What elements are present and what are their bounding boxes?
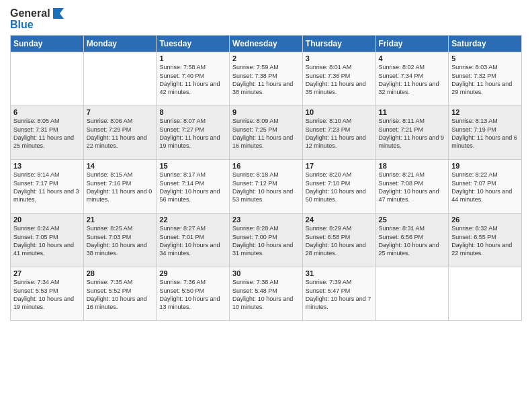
logo-blue: Blue <box>10 18 64 31</box>
calendar-cell: 28Sunrise: 7:35 AMSunset: 5:52 PMDayligh… <box>83 267 157 321</box>
calendar-cell: 19Sunrise: 8:22 AMSunset: 7:07 PMDayligh… <box>449 160 522 214</box>
header: General Blue <box>10 7 522 31</box>
calendar-cell: 3Sunrise: 8:01 AMSunset: 7:36 PMDaylight… <box>302 52 375 106</box>
cell-content: Sunrise: 7:39 AMSunset: 5:47 PMDaylight:… <box>306 278 373 311</box>
day-number: 10 <box>306 108 373 116</box>
cell-content: Sunrise: 7:36 AMSunset: 5:50 PMDaylight:… <box>159 278 226 311</box>
day-number: 13 <box>13 162 81 170</box>
cell-content: Sunrise: 8:21 AMSunset: 7:08 PMDaylight:… <box>379 171 446 203</box>
calendar-cell: 21Sunrise: 8:25 AMSunset: 7:03 PMDayligh… <box>83 214 157 267</box>
cell-content: Sunrise: 8:03 AMSunset: 7:32 PMDaylight:… <box>451 63 519 96</box>
calendar-cell: 17Sunrise: 8:20 AMSunset: 7:10 PMDayligh… <box>302 160 375 214</box>
calendar-cell: 30Sunrise: 7:38 AMSunset: 5:48 PMDayligh… <box>230 267 303 321</box>
day-number: 29 <box>159 269 226 277</box>
day-number: 4 <box>379 54 446 62</box>
calendar-cell: 6Sunrise: 8:05 AMSunset: 7:31 PMDaylight… <box>11 106 84 160</box>
day-number: 18 <box>379 162 446 170</box>
cell-content: Sunrise: 8:28 AMSunset: 7:00 PMDaylight:… <box>232 224 300 257</box>
day-number: 11 <box>379 108 446 116</box>
calendar-cell: 12Sunrise: 8:13 AMSunset: 7:19 PMDayligh… <box>449 106 522 160</box>
day-number: 14 <box>87 162 154 170</box>
day-number: 22 <box>159 216 226 224</box>
cell-content: Sunrise: 7:35 AMSunset: 5:52 PMDaylight:… <box>87 278 154 311</box>
day-header-sunday: Sunday <box>11 36 84 52</box>
day-number: 2 <box>232 54 300 62</box>
day-number: 21 <box>87 216 154 224</box>
calendar-cell: 4Sunrise: 8:02 AMSunset: 7:34 PMDaylight… <box>375 52 449 106</box>
calendar-cell <box>449 267 522 321</box>
calendar-cell: 1Sunrise: 7:58 AMSunset: 7:40 PMDaylight… <box>157 52 230 106</box>
calendar-cell: 16Sunrise: 8:18 AMSunset: 7:12 PMDayligh… <box>230 160 303 214</box>
day-number: 26 <box>451 216 519 224</box>
day-number: 25 <box>379 216 446 224</box>
day-number: 20 <box>13 216 81 224</box>
calendar-cell: 29Sunrise: 7:36 AMSunset: 5:50 PMDayligh… <box>157 267 230 321</box>
cell-content: Sunrise: 8:32 AMSunset: 6:55 PMDaylight:… <box>451 224 519 257</box>
calendar-cell: 10Sunrise: 8:10 AMSunset: 7:23 PMDayligh… <box>302 106 375 160</box>
cell-content: Sunrise: 7:58 AMSunset: 7:40 PMDaylight:… <box>159 63 226 96</box>
calendar-cell <box>375 267 449 321</box>
day-number: 24 <box>306 216 373 224</box>
calendar-cell: 25Sunrise: 8:31 AMSunset: 6:56 PMDayligh… <box>375 214 449 267</box>
cell-content: Sunrise: 8:06 AMSunset: 7:29 PMDaylight:… <box>87 117 154 150</box>
day-number: 9 <box>232 108 300 116</box>
cell-content: Sunrise: 8:15 AMSunset: 7:16 PMDaylight:… <box>87 171 154 203</box>
calendar-cell: 24Sunrise: 8:29 AMSunset: 6:58 PMDayligh… <box>302 214 375 267</box>
calendar-week-row: 1Sunrise: 7:58 AMSunset: 7:40 PMDaylight… <box>11 52 522 106</box>
logo-flag-icon <box>52 8 64 19</box>
cell-content: Sunrise: 8:17 AMSunset: 7:14 PMDaylight:… <box>159 171 226 203</box>
calendar-cell: 26Sunrise: 8:32 AMSunset: 6:55 PMDayligh… <box>449 214 522 267</box>
calendar-cell: 23Sunrise: 8:28 AMSunset: 7:00 PMDayligh… <box>230 214 303 267</box>
cell-content: Sunrise: 8:01 AMSunset: 7:36 PMDaylight:… <box>306 63 373 96</box>
cell-content: Sunrise: 8:11 AMSunset: 7:21 PMDaylight:… <box>379 117 446 150</box>
day-number: 12 <box>451 108 519 116</box>
cell-content: Sunrise: 8:29 AMSunset: 6:58 PMDaylight:… <box>306 224 373 257</box>
day-header-monday: Monday <box>83 36 157 52</box>
day-number: 31 <box>306 269 373 277</box>
day-number: 30 <box>232 269 300 277</box>
calendar-cell: 15Sunrise: 8:17 AMSunset: 7:14 PMDayligh… <box>157 160 230 214</box>
day-number: 27 <box>13 269 81 277</box>
day-number: 6 <box>13 108 81 116</box>
calendar-cell: 20Sunrise: 8:24 AMSunset: 7:05 PMDayligh… <box>11 214 84 267</box>
calendar-cell: 11Sunrise: 8:11 AMSunset: 7:21 PMDayligh… <box>375 106 449 160</box>
cell-content: Sunrise: 8:27 AMSunset: 7:01 PMDaylight:… <box>159 224 226 257</box>
cell-content: Sunrise: 7:34 AMSunset: 5:53 PMDaylight:… <box>13 278 81 311</box>
cell-content: Sunrise: 8:20 AMSunset: 7:10 PMDaylight:… <box>306 171 373 203</box>
calendar-cell: 5Sunrise: 8:03 AMSunset: 7:32 PMDaylight… <box>449 52 522 106</box>
cell-content: Sunrise: 8:25 AMSunset: 7:03 PMDaylight:… <box>87 224 154 257</box>
calendar-cell <box>11 52 84 106</box>
calendar-cell: 8Sunrise: 8:07 AMSunset: 7:27 PMDaylight… <box>157 106 230 160</box>
calendar-cell: 31Sunrise: 7:39 AMSunset: 5:47 PMDayligh… <box>302 267 375 321</box>
calendar-week-row: 13Sunrise: 8:14 AMSunset: 7:17 PMDayligh… <box>11 160 522 214</box>
calendar-cell: 27Sunrise: 7:34 AMSunset: 5:53 PMDayligh… <box>11 267 84 321</box>
calendar-cell: 22Sunrise: 8:27 AMSunset: 7:01 PMDayligh… <box>157 214 230 267</box>
cell-content: Sunrise: 7:38 AMSunset: 5:48 PMDaylight:… <box>232 278 300 311</box>
day-header-saturday: Saturday <box>449 36 522 52</box>
day-number: 19 <box>451 162 519 170</box>
calendar-cell: 2Sunrise: 7:59 AMSunset: 7:38 PMDaylight… <box>230 52 303 106</box>
day-number: 1 <box>159 54 226 62</box>
calendar-cell: 9Sunrise: 8:09 AMSunset: 7:25 PMDaylight… <box>230 106 303 160</box>
calendar-cell: 14Sunrise: 8:15 AMSunset: 7:16 PMDayligh… <box>83 160 157 214</box>
cell-content: Sunrise: 8:02 AMSunset: 7:34 PMDaylight:… <box>379 63 446 96</box>
cell-content: Sunrise: 8:14 AMSunset: 7:17 PMDaylight:… <box>13 171 81 203</box>
logo: General Blue <box>10 7 64 31</box>
calendar-table: SundayMondayTuesdayWednesdayThursdayFrid… <box>10 35 522 321</box>
day-number: 28 <box>87 269 154 277</box>
cell-content: Sunrise: 7:59 AMSunset: 7:38 PMDaylight:… <box>232 63 300 96</box>
calendar-cell: 18Sunrise: 8:21 AMSunset: 7:08 PMDayligh… <box>375 160 449 214</box>
day-number: 17 <box>306 162 373 170</box>
cell-content: Sunrise: 8:05 AMSunset: 7:31 PMDaylight:… <box>13 117 81 150</box>
cell-content: Sunrise: 8:24 AMSunset: 7:05 PMDaylight:… <box>13 224 81 257</box>
day-header-tuesday: Tuesday <box>157 36 230 52</box>
calendar-cell: 7Sunrise: 8:06 AMSunset: 7:29 PMDaylight… <box>83 106 157 160</box>
calendar-week-row: 20Sunrise: 8:24 AMSunset: 7:05 PMDayligh… <box>11 214 522 267</box>
calendar-week-row: 27Sunrise: 7:34 AMSunset: 5:53 PMDayligh… <box>11 267 522 321</box>
day-number: 7 <box>87 108 154 116</box>
cell-content: Sunrise: 8:31 AMSunset: 6:56 PMDaylight:… <box>379 224 446 257</box>
day-header-wednesday: Wednesday <box>230 36 303 52</box>
cell-content: Sunrise: 8:22 AMSunset: 7:07 PMDaylight:… <box>451 171 519 203</box>
day-header-friday: Friday <box>375 36 449 52</box>
cell-content: Sunrise: 8:09 AMSunset: 7:25 PMDaylight:… <box>232 117 300 150</box>
